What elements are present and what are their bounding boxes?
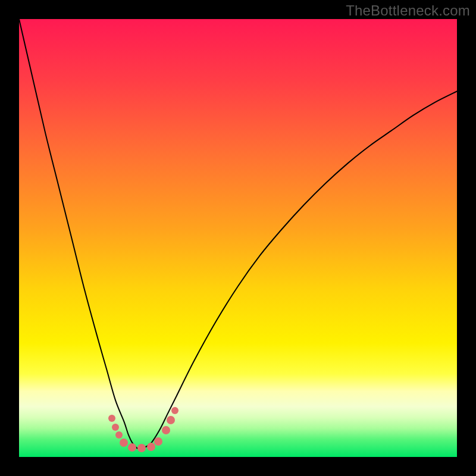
highlight-marker	[167, 416, 175, 424]
highlight-marker	[162, 426, 170, 434]
highlight-marker	[115, 431, 123, 439]
background-gradient	[19, 19, 457, 457]
highlight-marker	[154, 437, 162, 446]
highlight-marker	[171, 407, 178, 414]
highlight-marker	[147, 443, 155, 451]
highlight-marker	[108, 415, 115, 422]
highlight-marker	[112, 424, 119, 431]
highlight-marker	[120, 439, 128, 447]
outer-frame: TheBottleneck.com	[0, 0, 476, 476]
plot-area	[19, 19, 457, 457]
highlight-marker	[137, 444, 146, 452]
highlight-marker	[128, 443, 136, 452]
watermark-text: TheBottleneck.com	[346, 2, 470, 19]
